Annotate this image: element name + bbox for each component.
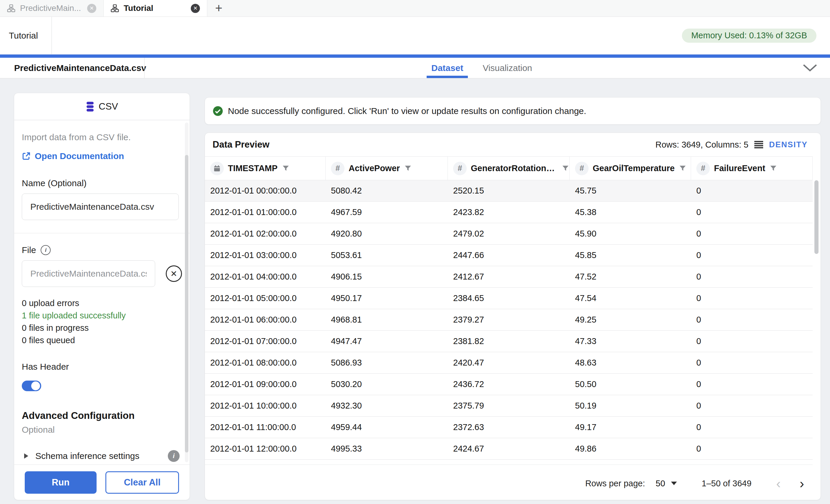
column-header-activepower[interactable]: # ActivePower bbox=[326, 157, 448, 180]
data-preview-card: Data Preview Rows: 3649, Columns: 5 DENS… bbox=[204, 132, 821, 500]
table-row[interactable]: 2012-01-01 12:00:00.04995.332424.6749.86… bbox=[205, 438, 812, 460]
table-cell: 45.75 bbox=[570, 186, 691, 196]
config-body: Import data from a CSV file. Open Docume… bbox=[14, 121, 190, 464]
column-header-timestamp[interactable]: TIMESTAMP bbox=[205, 157, 326, 180]
table-cell: 0 bbox=[691, 401, 812, 411]
info-icon[interactable]: i bbox=[168, 450, 180, 462]
density-icon[interactable] bbox=[754, 141, 763, 149]
node-name: PredictiveMaintenanceData.csv bbox=[14, 58, 146, 78]
tab-visualization[interactable]: Visualization bbox=[480, 58, 535, 78]
previous-page-button[interactable]: ‹ bbox=[776, 477, 780, 490]
table-cell: 49.25 bbox=[570, 315, 691, 325]
info-icon[interactable]: i bbox=[41, 245, 51, 255]
numeric-type-icon: # bbox=[575, 162, 588, 175]
table-row[interactable]: 2012-01-01 06:00:00.04968.812379.2749.25… bbox=[205, 309, 812, 331]
config-footer: Run Clear All bbox=[14, 465, 190, 500]
csv-database-icon bbox=[86, 102, 95, 112]
results-tabs: Dataset Visualization bbox=[428, 58, 535, 78]
table-cell: 0 bbox=[691, 444, 812, 453]
table-row[interactable]: 2012-01-01 11:00:00.04959.442372.6349.17… bbox=[205, 417, 812, 438]
column-label: FailureEvent bbox=[714, 163, 765, 173]
advanced-config-title: Advanced Configuration bbox=[22, 410, 182, 421]
table-cell: 2375.79 bbox=[448, 401, 570, 411]
caret-down-icon[interactable] bbox=[671, 482, 677, 485]
table-cell: 4950.17 bbox=[326, 293, 448, 303]
table-cell: 2520.15 bbox=[448, 186, 570, 196]
table-cell: 2012-01-01 07:00:00.0 bbox=[205, 336, 326, 346]
table-cell: 4932.30 bbox=[326, 401, 448, 411]
table-cell: 2012-01-01 01:00:00.0 bbox=[205, 208, 326, 217]
table-row[interactable]: 2012-01-01 02:00:00.04920.802479.0245.90… bbox=[205, 223, 812, 245]
table-cell: 4967.59 bbox=[326, 208, 448, 217]
table-body: 2012-01-01 00:00:00.05080.422520.1545.75… bbox=[205, 180, 812, 465]
open-documentation-link[interactable]: Open Documentation bbox=[22, 151, 182, 161]
memory-usage-badge: Memory Used: 0.13% of 32GB bbox=[682, 29, 817, 43]
table-cell: 2012-01-01 11:00:00.0 bbox=[205, 422, 326, 432]
table-cell: 2372.63 bbox=[448, 422, 570, 432]
workflow-tab-bar: PredictiveMain... ✕ Tutorial ✕ + bbox=[0, 0, 830, 17]
config-scrollbar-thumb[interactable] bbox=[185, 155, 188, 452]
table-cell: 2012-01-01 08:00:00.0 bbox=[205, 358, 326, 368]
table-cell: 4906.15 bbox=[326, 272, 448, 282]
table-scrollbar[interactable] bbox=[815, 180, 819, 465]
table-cell: 0 bbox=[691, 315, 812, 325]
workflow-tab-predictivemain[interactable]: PredictiveMain... ✕ bbox=[0, 0, 104, 17]
density-button[interactable]: DENSITY bbox=[769, 140, 808, 149]
tab-dataset[interactable]: Dataset bbox=[428, 58, 466, 78]
workflow-tab-tutorial[interactable]: Tutorial ✕ bbox=[104, 0, 207, 17]
accent-bar bbox=[0, 55, 830, 58]
node-config-panel: CSV Import data from a CSV file. Open Do… bbox=[14, 93, 190, 500]
clear-all-button[interactable]: Clear All bbox=[105, 471, 179, 494]
filter-icon[interactable] bbox=[562, 164, 569, 172]
table-row[interactable]: 2012-01-01 03:00:00.05053.612447.6645.85… bbox=[205, 245, 812, 266]
table-row[interactable]: 2012-01-01 04:00:00.04906.152412.6747.52… bbox=[205, 266, 812, 288]
collapse-panel-button[interactable] bbox=[801, 61, 819, 75]
column-header-failureevent[interactable]: # FailureEvent bbox=[691, 157, 812, 180]
table-cell: 2012-01-01 05:00:00.0 bbox=[205, 293, 326, 303]
run-button[interactable]: Run bbox=[25, 471, 97, 494]
table-row[interactable]: 2012-01-01 01:00:00.04967.592423.8245.38… bbox=[205, 202, 812, 223]
filter-icon[interactable] bbox=[404, 164, 412, 172]
table-row[interactable]: 2012-01-01 07:00:00.04947.472381.8247.33… bbox=[205, 331, 812, 352]
preview-title: Data Preview bbox=[213, 139, 269, 150]
remove-file-icon[interactable]: ✕ bbox=[166, 265, 182, 282]
config-scrollbar[interactable] bbox=[185, 123, 188, 462]
table-cell: 5086.93 bbox=[326, 358, 448, 368]
active-tab-underline bbox=[427, 76, 468, 78]
file-input[interactable] bbox=[22, 260, 155, 287]
pagination-bar: Rows per page: 50 1–50 of 3649 ‹ › bbox=[205, 467, 821, 500]
table-row[interactable]: 2012-01-01 08:00:00.05086.932420.4748.63… bbox=[205, 352, 812, 374]
table-row[interactable]: 2012-01-01 09:00:00.05030.202436.7250.50… bbox=[205, 374, 812, 395]
table-cell: 50.19 bbox=[570, 401, 691, 411]
table-cell: 5030.20 bbox=[326, 379, 448, 389]
has-header-label: Has Header bbox=[22, 362, 182, 372]
rows-per-page-select[interactable]: 50 bbox=[656, 479, 665, 489]
table-cell: 4968.81 bbox=[326, 315, 448, 325]
table-cell: 2012-01-01 03:00:00.0 bbox=[205, 250, 326, 260]
table-row[interactable]: 2012-01-01 10:00:00.04932.302375.7950.19… bbox=[205, 395, 812, 417]
table-scrollbar-thumb[interactable] bbox=[815, 180, 819, 254]
filter-icon[interactable] bbox=[679, 164, 687, 172]
upload-status-line: 1 file uploaded successfully bbox=[22, 309, 182, 322]
new-tab-button[interactable]: + bbox=[207, 0, 230, 17]
name-input[interactable] bbox=[22, 193, 179, 220]
column-label: GeneratorRotationSp... bbox=[471, 163, 557, 173]
column-header-gearoiltemperature[interactable]: # GearOilTemperature bbox=[570, 157, 691, 180]
has-header-toggle[interactable] bbox=[22, 381, 41, 391]
table-cell: 4920.80 bbox=[326, 229, 448, 239]
filter-icon[interactable] bbox=[282, 164, 290, 172]
table-cell: 47.52 bbox=[570, 272, 691, 282]
column-header-generatorrotationspeed[interactable]: # GeneratorRotationSp... bbox=[448, 157, 570, 180]
table-cell: 49.17 bbox=[570, 422, 691, 432]
filter-icon[interactable] bbox=[769, 164, 777, 172]
table-row[interactable]: 2012-01-01 00:00:00.05080.422520.1545.75… bbox=[205, 180, 812, 202]
table-cell: 4947.47 bbox=[326, 336, 448, 346]
close-tab-icon[interactable]: ✕ bbox=[191, 4, 200, 13]
upload-status-list: 0 upload errors 1 file uploaded successf… bbox=[22, 297, 182, 346]
schema-inference-expander[interactable]: Schema inference settings i bbox=[22, 450, 182, 462]
next-page-button[interactable]: › bbox=[800, 477, 804, 490]
success-check-icon bbox=[213, 106, 223, 116]
workflow-icon bbox=[111, 4, 119, 12]
close-tab-icon[interactable]: ✕ bbox=[87, 4, 96, 13]
table-row[interactable]: 2012-01-01 05:00:00.04950.172384.6547.54… bbox=[205, 288, 812, 309]
